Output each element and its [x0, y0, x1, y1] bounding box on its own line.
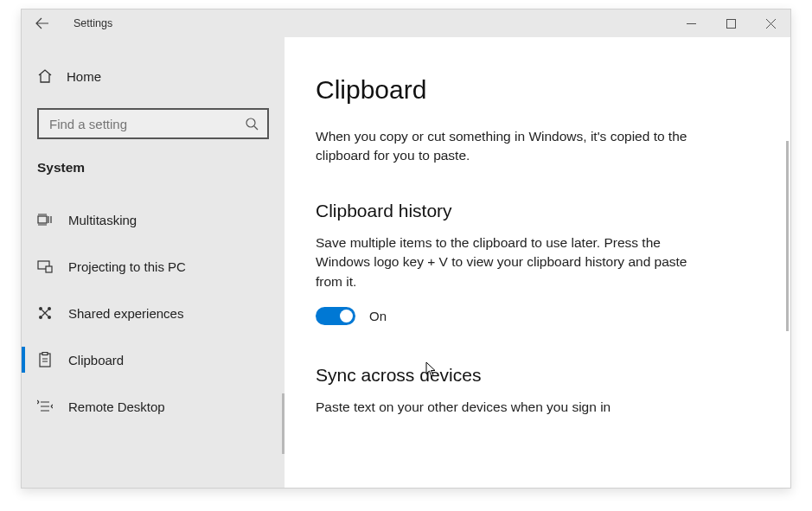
section-label: System [22, 160, 285, 176]
sidebar-item-shared[interactable]: Shared experiences [22, 293, 285, 333]
sync-heading: Sync across devices [316, 365, 756, 386]
toggle-state-label: On [369, 309, 387, 323]
clipboard-icon [37, 352, 53, 367]
clipboard-history-desc: Save multiple items to the clipboard to … [316, 233, 696, 291]
svg-rect-0 [726, 19, 735, 28]
home-icon [37, 68, 53, 84]
search-icon [245, 117, 259, 131]
svg-point-5 [39, 307, 42, 310]
content-scrollbar[interactable] [786, 141, 789, 331]
back-button[interactable] [35, 17, 49, 29]
maximize-button[interactable] [711, 10, 751, 37]
sidebar-item-label: Clipboard [68, 353, 124, 367]
multitasking-icon [37, 212, 53, 227]
svg-point-7 [39, 316, 42, 319]
sync-desc: Paste text on your other devices when yo… [316, 398, 696, 417]
remote-desktop-icon [37, 399, 53, 414]
page-title: Clipboard [316, 75, 756, 105]
svg-point-1 [246, 118, 255, 127]
sidebar-item-clipboard[interactable]: Clipboard [22, 340, 285, 380]
sidebar-item-projecting[interactable]: Projecting to this PC [22, 246, 285, 286]
app-title: Settings [74, 17, 112, 29]
sidebar-item-label: Remote Desktop [68, 399, 165, 414]
search-input[interactable] [37, 108, 269, 139]
sidebar-item-label: Projecting to this PC [68, 259, 186, 274]
content-pane: Clipboard When you copy or cut something… [285, 37, 790, 488]
shared-icon [37, 305, 53, 321]
minimize-button[interactable] [671, 10, 711, 37]
sidebar: Home System Multitasking [22, 37, 285, 488]
svg-rect-2 [38, 216, 47, 223]
sidebar-item-multitasking[interactable]: Multitasking [22, 200, 285, 240]
settings-window: Settings Home [21, 9, 791, 489]
search-field[interactable] [49, 117, 245, 131]
close-button[interactable] [751, 10, 790, 37]
svg-point-6 [48, 307, 51, 310]
sidebar-item-label: Multitasking [68, 213, 137, 227]
sidebar-item-label: Shared experiences [68, 306, 183, 321]
clipboard-history-heading: Clipboard history [316, 201, 756, 221]
page-intro: When you copy or cut something in Window… [316, 127, 696, 166]
svg-rect-10 [42, 353, 48, 355]
toggle-knob [340, 310, 353, 323]
home-nav[interactable]: Home [22, 63, 285, 89]
clipboard-history-toggle[interactable] [316, 307, 355, 325]
projecting-icon [37, 259, 53, 274]
sidebar-item-remote-desktop[interactable]: Remote Desktop [22, 386, 285, 426]
svg-point-8 [48, 316, 51, 319]
titlebar: Settings [22, 10, 790, 37]
home-label: Home [67, 69, 101, 84]
svg-rect-4 [46, 266, 52, 272]
svg-rect-9 [40, 354, 50, 367]
